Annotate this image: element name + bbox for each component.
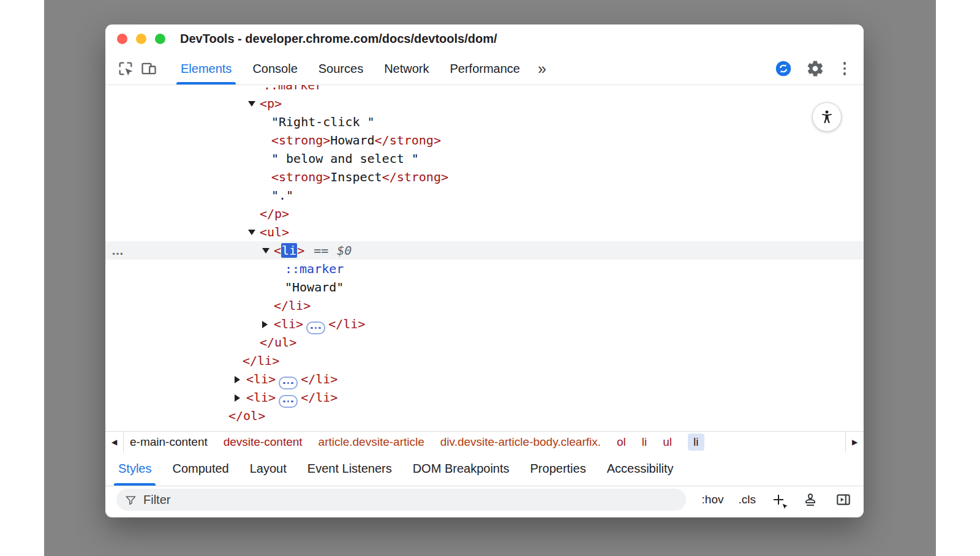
dom-tree-row[interactable]: <p> — [105, 94, 864, 113]
collapse-arrow-icon[interactable] — [248, 223, 260, 241]
code-token-tag: </p> — [260, 206, 289, 221]
collapse-arrow-icon[interactable] — [248, 94, 260, 113]
more-panels-icon[interactable]: » — [530, 61, 554, 77]
expand-inline-children-icon[interactable] — [279, 377, 298, 389]
expand-arrow-icon[interactable] — [235, 370, 246, 388]
dom-tree-row[interactable]: </li> — [105, 296, 864, 315]
accessibility-button[interactable] — [812, 102, 842, 132]
collapse-arrow-icon[interactable] — [262, 241, 274, 260]
dom-tree-row[interactable]: <li></li> — [105, 315, 864, 333]
inspect-element-icon[interactable] — [114, 57, 137, 80]
devtools-toolbar: ElementsConsoleSourcesNetworkPerformance… — [105, 53, 864, 85]
minimize-window-button[interactable] — [136, 34, 146, 44]
expand-arrow-icon[interactable] — [235, 388, 246, 407]
more-options-icon[interactable]: … — [111, 241, 124, 260]
dom-tree-row[interactable]: </ul> — [105, 333, 864, 351]
kebab-menu-icon[interactable] — [835, 58, 854, 79]
expand-inline-children-icon[interactable] — [279, 395, 298, 408]
sidebar-tabs: StylesComputedLayoutEvent ListenersDOM B… — [105, 453, 864, 486]
cls-toggle[interactable]: .cls — [739, 493, 756, 506]
settings-gear-icon[interactable] — [804, 57, 827, 80]
code-token-tag: </ul> — [260, 335, 296, 350]
dom-tree-row[interactable]: <strong>Inspect</strong> — [105, 168, 864, 186]
code-token-tag: <li> — [246, 390, 276, 405]
tab-network[interactable]: Network — [374, 53, 439, 85]
toolbar-right-actions — [772, 57, 864, 80]
expand-arrow-icon[interactable] — [262, 315, 274, 333]
tab-console[interactable]: Console — [242, 53, 307, 85]
dom-tree-row[interactable]: ::marker — [105, 85, 864, 94]
dom-tree-row[interactable]: " below and select " — [105, 149, 864, 168]
breadcrumb-item-ul[interactable]: ul — [663, 435, 672, 449]
dom-tree-row[interactable]: ::marker — [105, 260, 864, 278]
code-token-tag: </li> — [301, 390, 337, 405]
dom-tree-row[interactable]: "." — [105, 186, 864, 205]
stamp-icon[interactable] — [801, 490, 820, 509]
hov-toggle[interactable]: :hov — [702, 493, 724, 506]
breadcrumb-item-div-devsite-article-body-clearfix-[interactable]: div.devsite-article-body.clearfix. — [440, 435, 601, 449]
page-background: DevTools - developer.chrome.com/docs/dev… — [44, 0, 936, 556]
dom-tree-row[interactable]: </ol> — [105, 407, 864, 425]
breadcrumb-item-li[interactable]: li — [642, 435, 647, 449]
toggle-sidebar-icon[interactable] — [834, 490, 853, 509]
sidebar-tab-layout[interactable]: Layout — [239, 453, 297, 486]
new-style-rule-button[interactable] — [771, 492, 786, 508]
dom-tree-row[interactable]: <li></li> — [105, 370, 864, 388]
dom-tree-rows: ::marker<p>"Right-click "<strong>Howard<… — [105, 85, 864, 425]
breadcrumb-item-ol[interactable]: ol — [617, 435, 626, 449]
device-toolbar-icon[interactable] — [137, 57, 160, 80]
dom-tree-row[interactable]: "Howard" — [105, 278, 864, 296]
breadcrumb-item-e-main-content[interactable]: e-main-content — [130, 435, 208, 449]
dom-tree-row[interactable]: </p> — [105, 205, 864, 223]
code-token-var: $0 — [337, 243, 352, 258]
breadcrumb-item-li[interactable]: li — [688, 434, 704, 451]
zoom-window-button[interactable] — [155, 34, 165, 44]
code-token-text: " below and select " — [271, 151, 419, 166]
devtools-window: DevTools - developer.chrome.com/docs/dev… — [105, 24, 864, 517]
breadcrumb-scroll-left-button[interactable]: ◀ — [105, 432, 124, 453]
code-token-tag: <li> — [274, 317, 303, 331]
breadcrumb-scroll-right-button[interactable]: ▶ — [845, 432, 864, 453]
code-token-tag: </li> — [328, 317, 365, 331]
sidebar-tab-styles[interactable]: Styles — [108, 453, 162, 486]
filter-placeholder: Filter — [143, 493, 170, 507]
dom-tree-row[interactable]: "Right-click " — [105, 113, 864, 131]
gear-glyph — [806, 59, 824, 78]
dom-tree-row[interactable]: <strong>Howard</strong> — [105, 131, 864, 149]
code-token-text: "Right-click " — [271, 115, 375, 129]
sidebar-tab-dom-breakpoints[interactable]: DOM Breakpoints — [402, 453, 520, 486]
filter-input[interactable]: Filter — [116, 489, 686, 511]
dom-tree-row[interactable]: <li></li> — [105, 388, 864, 407]
code-token-tag: </li> — [274, 298, 311, 313]
code-token-tag: <li> — [246, 372, 276, 386]
code-token-tag: </ol> — [228, 408, 265, 423]
code-token-tag: <p> — [260, 96, 282, 111]
tab-sources[interactable]: Sources — [308, 53, 374, 85]
expand-inline-children-icon[interactable] — [306, 321, 325, 334]
sidebar-tab-event-listeners[interactable]: Event Listeners — [297, 453, 402, 486]
tab-elements[interactable]: Elements — [170, 53, 242, 85]
dom-tree-row[interactable]: </li> — [105, 351, 864, 370]
device-toolbar-glyph — [140, 60, 157, 77]
sidebar-tab-computed[interactable]: Computed — [162, 453, 239, 486]
close-window-button[interactable] — [117, 34, 127, 44]
code-token-tag: </strong> — [382, 170, 448, 184]
tab-performance[interactable]: Performance — [440, 53, 531, 85]
code-token-pseudo: ::marker — [285, 261, 344, 276]
breadcrumb-items: e-main-contentdevsite-contentarticle.dev… — [124, 432, 845, 453]
breadcrumb-item-article-devsite-article[interactable]: article.devsite-article — [318, 435, 424, 449]
breadcrumb-item-devsite-content[interactable]: devsite-content — [224, 435, 303, 449]
inspect-element-glyph — [117, 60, 134, 77]
sync-icon[interactable] — [772, 57, 795, 80]
sidebar-tab-accessibility[interactable]: Accessibility — [597, 453, 684, 486]
window-title: DevTools - developer.chrome.com/docs/dev… — [180, 32, 497, 46]
window-titlebar: DevTools - developer.chrome.com/docs/dev… — [105, 24, 864, 53]
toggle-sidebar-glyph — [835, 492, 851, 508]
code-token-tag: > — [297, 243, 304, 258]
code-token-tag: <strong> — [271, 133, 330, 148]
code-token-tag: <strong> — [271, 170, 330, 184]
sidebar-tab-properties[interactable]: Properties — [520, 453, 597, 486]
breadcrumb: ◀ e-main-contentdevsite-contentarticle.d… — [105, 431, 864, 453]
dom-tree-row[interactable]: …<li>==$0 — [105, 241, 864, 260]
dom-tree-row[interactable]: <ul> — [105, 223, 864, 241]
